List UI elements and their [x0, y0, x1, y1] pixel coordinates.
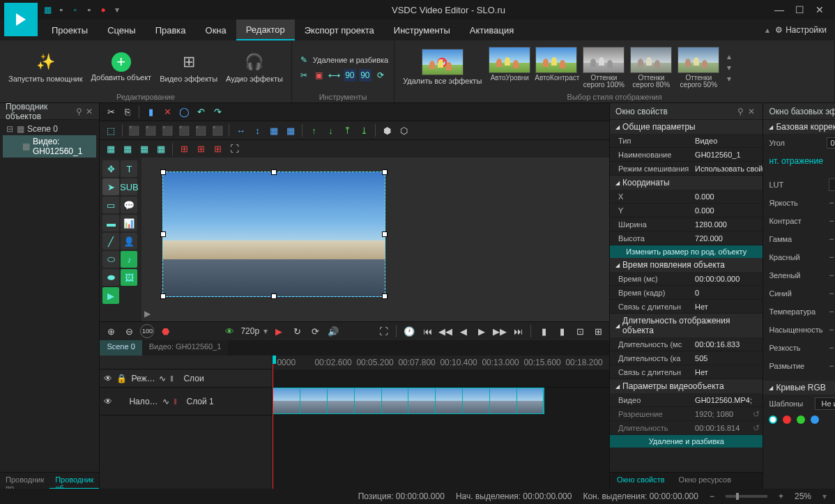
pointer-tool-icon[interactable]: ➤	[102, 178, 119, 195]
section-coords[interactable]: Координаты	[610, 176, 763, 190]
track-mode[interactable]: Нало…	[129, 397, 158, 406]
reset-dur-icon[interactable]: ↺	[750, 423, 763, 433]
rotate-right-icon[interactable]: 90	[359, 69, 371, 82]
rgb-white-dot[interactable]	[769, 415, 777, 424]
style-gray100[interactable]: Оттенки серого 100%	[581, 45, 627, 90]
subtitle-tool-icon[interactable]: SUB	[121, 178, 137, 195]
handle-ml[interactable]	[160, 231, 166, 237]
zoom-slider[interactable]	[726, 495, 767, 498]
grid-b-icon[interactable]: ⊞	[194, 142, 208, 156]
refresh-tool-icon[interactable]: ⟳	[374, 69, 387, 82]
rotate-left-icon[interactable]: 90	[344, 69, 356, 82]
timeline-clip[interactable]	[273, 388, 544, 414]
image-tool-icon[interactable]: 🖼	[121, 269, 137, 286]
props-pin-icon[interactable]: ⚲	[735, 107, 746, 116]
settings-button[interactable]: ⚙ Настройки	[775, 25, 827, 35]
angle-input[interactable]	[827, 137, 835, 148]
props-close-icon[interactable]: ✕	[746, 107, 757, 116]
delete-all-effects-button[interactable]: ⊘Удалить все эффекты	[400, 47, 484, 86]
gallery-expand-icon[interactable]: ▾	[727, 74, 731, 84]
style-autolevels[interactable]: АвтоУровни	[487, 45, 532, 90]
tl-remove-icon[interactable]: ⊖	[122, 324, 136, 338]
tl-add-icon[interactable]: ⊕	[104, 324, 118, 338]
handle-mr[interactable]	[382, 231, 388, 237]
ungroup-icon[interactable]: ⬡	[397, 123, 411, 137]
align-t-icon[interactable]: ⬛	[177, 123, 191, 137]
menu-edit[interactable]: Правка	[146, 20, 196, 40]
ellipse2-tool-icon[interactable]: ⬬	[102, 269, 119, 286]
menu-activation[interactable]: Активация	[460, 20, 523, 40]
menu-tools[interactable]: Инструменты	[384, 20, 460, 40]
bottom-icon[interactable]: ⤓	[357, 123, 371, 137]
video-object[interactable]	[162, 171, 385, 297]
tl-resolution[interactable]: 720p	[240, 326, 259, 336]
timeline-track-row[interactable]: 👁 Нало… ∿ ⦀ Слой 1	[100, 388, 272, 415]
tl-loop-icon[interactable]: ↻	[290, 324, 304, 338]
snap-b-icon[interactable]: ▦	[284, 123, 298, 137]
props-tab-resources[interactable]: Окно ресурсов	[672, 473, 738, 489]
paste-icon[interactable]: ▮	[144, 105, 158, 119]
cut-tool-icon[interactable]: ✂	[298, 69, 310, 82]
menu-projects[interactable]: Проекты	[42, 20, 98, 40]
tl-loop2-icon[interactable]: ⟳	[308, 324, 322, 338]
menu-windows[interactable]: Окна	[196, 20, 236, 40]
delete-icon[interactable]: ✕	[160, 105, 174, 119]
tl-tab-video[interactable]: Видео: GH012560_1	[142, 340, 229, 356]
tl-lock-col-icon[interactable]: 🔒	[116, 374, 127, 383]
up-icon[interactable]: ↑	[307, 123, 321, 137]
tree-video-row[interactable]: ▦Видео: GH012560_1	[3, 135, 96, 158]
tl-d-icon[interactable]: ⊞	[591, 324, 605, 338]
split-tool-icon[interactable]: ⟷	[328, 69, 341, 82]
align-l-icon[interactable]: ⬛	[127, 123, 141, 137]
undo-icon[interactable]: ↶	[194, 105, 208, 119]
track-wave-icon[interactable]: ∿	[162, 397, 169, 406]
tooltip-tool-icon[interactable]: 💬	[121, 197, 137, 213]
align-c-icon[interactable]: ⬛	[144, 123, 158, 137]
top-icon[interactable]: ⤒	[340, 123, 354, 137]
menu-export[interactable]: Экспорт проекта	[295, 20, 384, 40]
tl-prev-icon[interactable]: ◀◀	[438, 324, 452, 338]
align-m-icon[interactable]: ⬛	[194, 123, 208, 137]
section-video-params[interactable]: Параметры видеообъекта	[610, 379, 763, 393]
rect-tool-icon[interactable]: ▭	[102, 197, 119, 213]
qat-export-icon[interactable]: ▫	[84, 4, 95, 15]
rgb-green-dot[interactable]	[797, 415, 805, 424]
lut-select[interactable]: Не использов	[829, 178, 835, 191]
tl-eye-col-icon[interactable]: 👁	[104, 374, 112, 383]
menu-scenes[interactable]: Сцены	[98, 20, 145, 40]
snap3-icon[interactable]: ▦	[137, 142, 151, 156]
video-tool-icon[interactable]: ▶	[102, 287, 119, 304]
dist-h-icon[interactable]: ↔	[233, 123, 247, 137]
playhead[interactable]	[273, 356, 273, 489]
slider-3-minus[interactable]: −	[829, 252, 834, 262]
reset-res-icon[interactable]: ↺	[750, 409, 763, 419]
close-icon[interactable]: ✕	[815, 4, 824, 15]
handle-tl[interactable]	[160, 169, 166, 175]
shape-tool-icon[interactable]: ▬	[102, 215, 119, 231]
person-tool-icon[interactable]: 👤	[121, 233, 137, 250]
handle-tm[interactable]	[271, 169, 277, 175]
section-duration[interactable]: Длительность отображения объекта	[610, 314, 763, 337]
maximize-icon[interactable]: ☐	[795, 4, 804, 15]
tl-back-icon[interactable]: ◀	[457, 324, 470, 338]
audio-tool-icon[interactable]: ♪	[121, 251, 137, 268]
preview-canvas[interactable]: ▶	[141, 158, 609, 321]
tl-play-icon[interactable]: ▶	[272, 324, 286, 338]
snap4-icon[interactable]: ▦	[154, 142, 168, 156]
slider-5-minus[interactable]: −	[829, 289, 834, 298]
tl-last-icon[interactable]: ⏭	[511, 324, 525, 338]
qat-dropdown-icon[interactable]: ▾	[112, 4, 123, 15]
slider-4-minus[interactable]: −	[829, 270, 834, 280]
tl-tab-scene[interactable]: Scene 0	[100, 340, 141, 356]
add-object-button[interactable]: +Добавить объект	[88, 51, 154, 83]
dist-v-icon[interactable]: ↕	[250, 123, 264, 137]
qat-record-icon[interactable]: ●	[98, 4, 109, 15]
tl-expand-icon[interactable]: ⛶	[376, 324, 390, 338]
explorer-tab-objects[interactable]: Проводник об…	[49, 473, 99, 489]
scissors-icon[interactable]: ✂	[104, 105, 118, 119]
crop-tool-icon[interactable]: ▣	[313, 69, 325, 82]
tl-vol-icon[interactable]: 🔊	[326, 324, 340, 338]
notification-icon[interactable]: ▴	[765, 25, 769, 35]
down-icon[interactable]: ↓	[323, 123, 337, 137]
tl-wave-col-icon[interactable]: ∿	[159, 374, 166, 383]
